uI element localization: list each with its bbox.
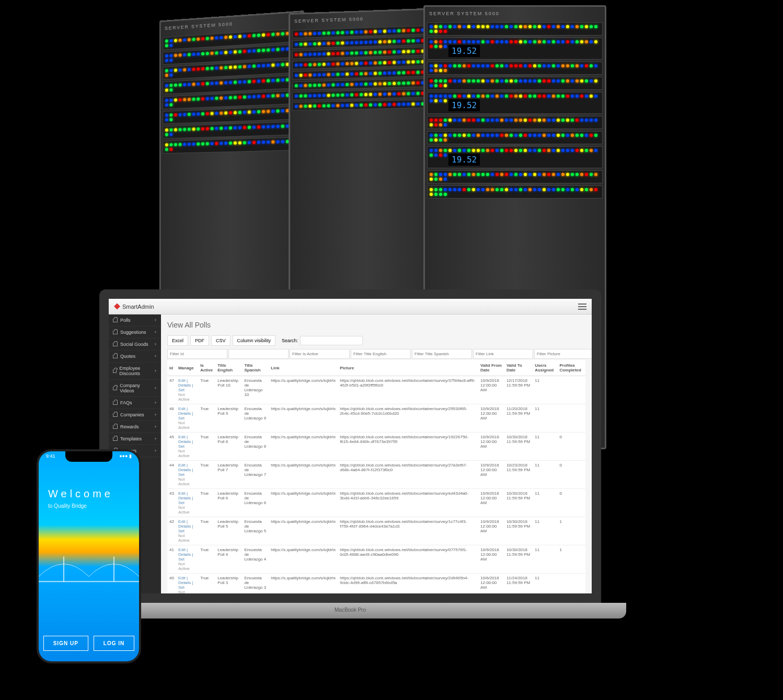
- column-visibility-button[interactable]: Column visibility: [233, 335, 276, 346]
- manage-links[interactable]: Edit | Details | Set: [178, 519, 193, 533]
- led-indicator: [262, 64, 265, 67]
- led-indicator: [229, 111, 232, 114]
- rack-panel: [427, 116, 603, 129]
- led-indicator: [500, 40, 503, 43]
- led-indicator: [364, 62, 367, 65]
- column-header[interactable]: Title English: [215, 360, 242, 376]
- manage-links[interactable]: Edit | Details | Set: [178, 576, 193, 590]
- column-header[interactable]: Id: [167, 360, 176, 376]
- plus-icon: +: [154, 412, 157, 417]
- manage-links[interactable]: Edit | Details | Set: [178, 547, 193, 562]
- sidebar-item-templates[interactable]: Templates+: [109, 433, 161, 445]
- led-indicator: [257, 49, 260, 52]
- led-indicator: [547, 25, 550, 28]
- filter-id[interactable]: [167, 349, 227, 359]
- led-indicator: [243, 96, 246, 99]
- pdf-button[interactable]: PDF: [190, 335, 209, 346]
- phone-screen: Welcome to Quality Bridge SIGN UP LOG IN: [39, 451, 139, 661]
- filter-title-es[interactable]: [412, 349, 472, 359]
- rack-panel: [427, 62, 603, 75]
- manage-not-active[interactable]: Not Active: [178, 449, 196, 458]
- manage-links[interactable]: Edit | Details | Set: [178, 463, 193, 477]
- led-indicator: [327, 52, 330, 55]
- led-indicator: [364, 103, 367, 107]
- led-indicator: [417, 39, 420, 42]
- manage-links[interactable]: Edit | Details | Set: [178, 491, 193, 505]
- led-indicator: [304, 63, 307, 66]
- filter-picture[interactable]: [534, 349, 592, 359]
- led-indicator: [355, 62, 358, 65]
- manage-not-active[interactable]: Not Active: [178, 562, 196, 571]
- led-indicator: [407, 102, 410, 106]
- led-indicator: [276, 78, 279, 81]
- column-header[interactable]: Users Assigned: [533, 360, 557, 376]
- led-indicator: [594, 149, 597, 152]
- led-indicator: [430, 95, 433, 98]
- manage-not-active[interactable]: Not Active: [178, 533, 196, 543]
- column-header[interactable]: Manage: [176, 360, 198, 376]
- led-indicator: [575, 40, 579, 43]
- cell-picture: https://qbblob.blob.core.windows.net/blo…: [338, 376, 478, 404]
- search-input[interactable]: [300, 336, 363, 345]
- led-indicator: [486, 134, 489, 137]
- manage-not-active[interactable]: Not Active: [178, 477, 196, 486]
- sidebar-item-social-goods[interactable]: Social Goods+: [109, 339, 161, 351]
- manage-not-active[interactable]: Not Active: [178, 421, 196, 430]
- csv-button[interactable]: CSV: [211, 335, 231, 346]
- menu-toggle-icon[interactable]: [578, 304, 586, 310]
- led-indicator: [481, 95, 485, 98]
- table-row: 47Edit | Details | SetNot ActiveTrueLead…: [167, 376, 585, 404]
- filter-link[interactable]: [473, 349, 533, 359]
- led-indicator: [238, 80, 241, 84]
- led-indicator: [538, 40, 541, 43]
- led-indicator: [519, 134, 522, 137]
- manage-links[interactable]: Edit | Details | Set: [178, 435, 193, 449]
- led-indicator: [346, 83, 349, 86]
- column-header[interactable]: Valid To Date: [504, 360, 533, 376]
- sidebar-item-suggestions[interactable]: Suggestions+: [109, 326, 161, 339]
- led-indicator: [397, 81, 400, 85]
- cell-to: 10/30/2018 11:59:59 PM: [504, 517, 533, 545]
- led-indicator: [215, 66, 218, 69]
- signup-button[interactable]: SIGN UP: [43, 636, 88, 651]
- sidebar-item-faqs[interactable]: FAQs+: [109, 397, 161, 409]
- filter-manage[interactable]: [228, 349, 289, 359]
- led-indicator: [262, 141, 265, 144]
- led-indicator: [434, 84, 437, 87]
- manage-not-active[interactable]: Not Active: [178, 590, 196, 593]
- led-indicator: [360, 51, 363, 54]
- sidebar-item-employee-discounts[interactable]: Employee Discounts+: [109, 363, 161, 380]
- led-indicator: [170, 143, 173, 146]
- column-header[interactable]: Valid From Date: [478, 360, 504, 376]
- led-indicator: [500, 173, 503, 176]
- column-header[interactable]: Link: [269, 360, 338, 376]
- column-header[interactable]: Title Spanish: [242, 360, 269, 376]
- manage-not-active[interactable]: Not Active: [178, 505, 196, 515]
- rack-panel: 19.52: [427, 38, 603, 60]
- led-indicator: [267, 110, 270, 113]
- led-indicator: [496, 134, 499, 137]
- manage-links[interactable]: Edit | Details | Set: [178, 406, 193, 421]
- sidebar-item-polls[interactable]: Polls+: [109, 314, 161, 326]
- led-indicator: [444, 25, 447, 28]
- column-header[interactable]: Is Active: [198, 360, 215, 376]
- manage-links[interactable]: Edit | Details | Set: [178, 378, 193, 392]
- filter-title-en[interactable]: [351, 349, 411, 359]
- manage-not-active[interactable]: Not Active: [178, 392, 196, 402]
- filter-active[interactable]: [290, 349, 350, 359]
- sidebar-item-company-videos[interactable]: Company Videos+: [109, 380, 161, 397]
- led-indicator: [341, 83, 344, 86]
- sidebar-item-rewards[interactable]: Rewards+: [109, 421, 161, 433]
- cell-picture: https://qbblob.blob.core.windows.net/blo…: [338, 461, 478, 489]
- excel-button[interactable]: Excel: [167, 335, 188, 346]
- column-header[interactable]: Picture: [338, 360, 478, 376]
- sidebar-item-companies[interactable]: Companies+: [109, 409, 161, 421]
- led-indicator: [463, 119, 466, 122]
- sidebar-item-quotes[interactable]: Quotes+: [109, 351, 161, 363]
- led-indicator: [360, 72, 363, 75]
- led-indicator: [267, 33, 270, 36]
- column-header[interactable]: Profiles Completed: [557, 360, 585, 376]
- led-indicator: [257, 79, 260, 83]
- led-indicator: [444, 119, 447, 122]
- login-button[interactable]: LOG IN: [94, 636, 134, 651]
